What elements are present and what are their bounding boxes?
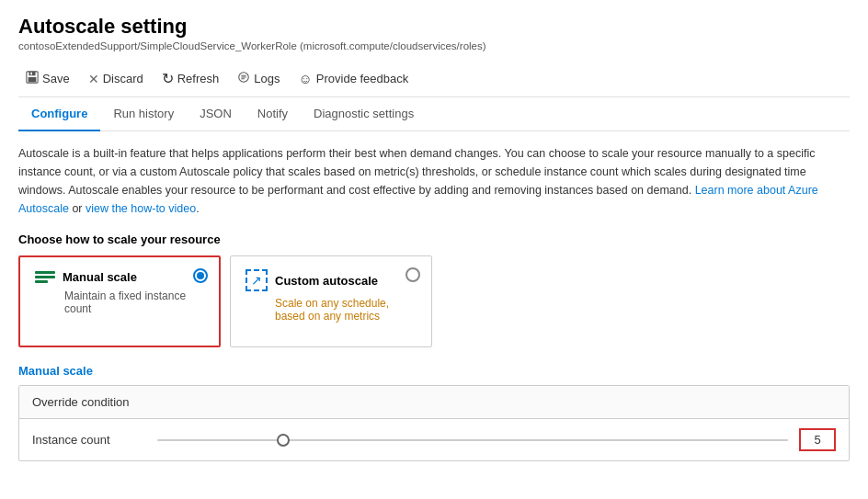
tabs: Configure Run history JSON Notify Diagno… — [18, 97, 850, 131]
logs-icon — [237, 71, 250, 86]
instance-count-value[interactable]: 5 — [799, 428, 836, 451]
instance-count-label: Instance count — [32, 433, 143, 447]
discard-label: Discard — [103, 72, 143, 85]
breadcrumb: contosoExtendedSupport/SimpleCloudServic… — [18, 40, 850, 51]
custom-scale-radio[interactable] — [405, 267, 420, 282]
save-label: Save — [42, 72, 70, 85]
manual-scale-icon — [35, 271, 55, 283]
logs-label: Logs — [254, 72, 280, 85]
discard-button[interactable]: ✕ Discard — [81, 68, 151, 90]
override-condition-header: Override condition — [19, 386, 849, 419]
discard-icon: ✕ — [88, 72, 99, 86]
manual-scale-desc: Maintain a fixed instance count — [64, 289, 204, 315]
tab-diagnostic-settings[interactable]: Diagnostic settings — [301, 97, 427, 131]
manual-scale-card[interactable]: Manual scale Maintain a fixed instance c… — [18, 255, 221, 347]
tab-run-history[interactable]: Run history — [100, 97, 187, 131]
refresh-button[interactable]: ↻ Refresh — [154, 66, 227, 91]
tab-json[interactable]: JSON — [187, 97, 245, 131]
scale-options: Manual scale Maintain a fixed instance c… — [18, 255, 850, 347]
feedback-icon: ☺ — [298, 71, 312, 86]
svg-rect-3 — [30, 73, 32, 75]
refresh-icon: ↻ — [162, 70, 174, 87]
page-title: Autoscale setting — [18, 15, 850, 39]
logs-button[interactable]: Logs — [230, 67, 287, 90]
instance-count-row: Instance count 5 — [19, 419, 849, 460]
custom-scale-header: Custom autoscale — [246, 269, 417, 291]
how-to-video-link[interactable]: view the how-to video — [86, 202, 196, 215]
refresh-label: Refresh — [177, 72, 220, 85]
manual-scale-title: Manual scale — [63, 270, 137, 284]
scale-section-title: Choose how to scale your resource — [18, 232, 850, 246]
custom-scale-title: Custom autoscale — [275, 274, 378, 288]
svg-rect-2 — [29, 77, 37, 82]
instance-count-slider-track — [157, 439, 788, 441]
custom-scale-icon — [246, 269, 268, 291]
instance-count-slider-thumb[interactable] — [277, 434, 290, 447]
override-condition-table: Override condition Instance count 5 — [18, 385, 850, 461]
custom-scale-desc: Scale on any schedule, based on any metr… — [275, 297, 417, 323]
page-container: Autoscale setting contosoExtendedSupport… — [0, 0, 868, 461]
manual-scale-header: Manual scale — [35, 270, 204, 284]
custom-autoscale-card[interactable]: Custom autoscale Scale on any schedule, … — [230, 255, 432, 347]
save-icon — [26, 71, 39, 86]
tab-notify[interactable]: Notify — [245, 97, 301, 131]
feedback-button[interactable]: ☺ Provide feedback — [291, 67, 416, 90]
toolbar: Save ✕ Discard ↻ Refresh Logs ☺ Provide … — [18, 61, 850, 97]
feedback-label: Provide feedback — [316, 72, 408, 85]
save-button[interactable]: Save — [18, 67, 77, 90]
manual-scale-section: Manual scale Override condition Instance… — [18, 364, 850, 461]
manual-scale-radio[interactable] — [193, 268, 208, 283]
tab-configure[interactable]: Configure — [18, 97, 100, 131]
manual-scale-section-label: Manual scale — [18, 364, 850, 378]
description: Autoscale is a built-in feature that hel… — [18, 144, 846, 218]
instance-count-slider-container: 5 — [157, 428, 836, 451]
content-area: Autoscale is a built-in feature that hel… — [18, 131, 850, 461]
